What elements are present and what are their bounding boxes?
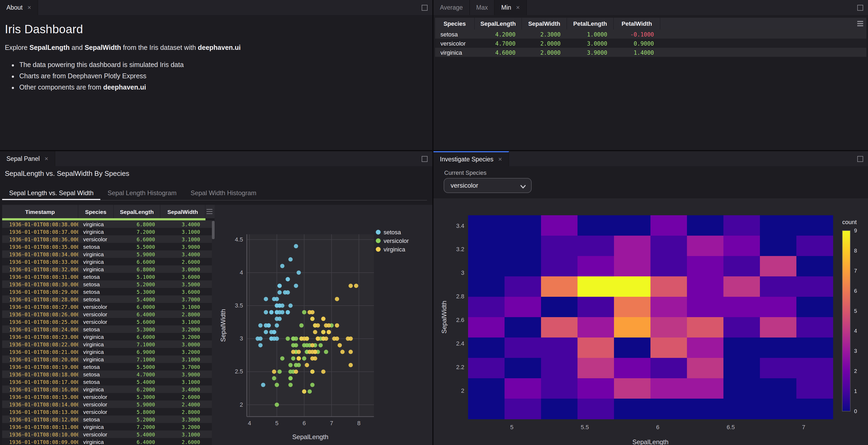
heatmap-cell [723, 338, 760, 358]
column-header[interactable]: Timestamp [2, 205, 78, 218]
data-point [294, 370, 298, 374]
tab-label: Max [476, 4, 488, 11]
colorbar-tick-label: 4 [854, 328, 857, 334]
heatmap-cell [760, 276, 797, 297]
table-row[interactable]: setosa4.20002.30001.0000-0.1000 [435, 30, 866, 39]
table-row[interactable]: 1936-01-01T08:08:25.000versicolor5.60003… [2, 318, 215, 325]
table-row[interactable]: 1936-01-01T08:08:09.000virginica6.40002.… [2, 438, 215, 445]
table-menu-icon[interactable] [856, 18, 865, 30]
table-cell: virginica [78, 266, 114, 273]
data-point [291, 350, 295, 354]
tab-max[interactable]: Max [470, 0, 495, 15]
table-row[interactable]: 1936-01-01T08:08:33.000virginica6.60002.… [2, 258, 215, 265]
maximize-icon[interactable] [857, 156, 863, 162]
table-row[interactable]: 1936-01-01T08:08:24.000setosa5.30003.200… [2, 325, 215, 333]
table-row[interactable]: 1936-01-01T08:08:36.000versicolor6.60003… [2, 235, 215, 243]
heatmap-cell [614, 297, 651, 317]
data-point [324, 350, 328, 354]
subtab-sepal-length-vs-sepal-width[interactable]: Sepal Length vs. Sepal Width [2, 186, 101, 200]
table-row[interactable]: 1936-01-01T08:08:27.000versicolor6.00003… [2, 303, 215, 311]
heatmap-cell [760, 235, 797, 256]
table-row[interactable]: 1936-01-01T08:08:29.000setosa5.30003.600… [2, 288, 215, 295]
table-cell: 1936-01-01T08:08:33.000 [2, 259, 78, 264]
table-row[interactable]: 1936-01-01T08:08:15.000versicolor5.30002… [2, 393, 215, 401]
table-cell: setosa [78, 244, 114, 250]
maximize-icon[interactable] [857, 5, 863, 11]
data-point [310, 317, 315, 321]
table-row[interactable]: virginica4.60002.00003.90001.4000 [435, 48, 866, 57]
tab-min[interactable]: Min× [495, 0, 527, 15]
data-point [310, 350, 315, 354]
table-row[interactable]: 1936-01-01T08:08:28.000setosa5.40003.700… [2, 295, 215, 303]
subtab-sepal-width-histogram[interactable]: Sepal Width Histogram [183, 186, 263, 200]
heatmap-cell [541, 297, 578, 317]
table-row[interactable]: 1936-01-01T08:08:31.000setosa5.10003.600… [2, 273, 215, 280]
column-header[interactable]: PetalLength [567, 18, 614, 30]
species-dropdown[interactable]: versicolor [444, 178, 532, 193]
data-point [288, 370, 292, 374]
scrollbar-thumb[interactable] [212, 221, 215, 239]
data-point [324, 323, 328, 327]
table-row[interactable]: 1936-01-01T08:08:37.000virginica7.20003.… [2, 228, 215, 235]
tab-about[interactable]: About × [0, 0, 38, 15]
species-dropdown-value: versicolor [451, 182, 478, 189]
legend-item-versicolor[interactable]: versicolor [376, 237, 409, 244]
column-header[interactable]: SepalLength [114, 205, 160, 218]
legend-label: setosa [383, 229, 401, 235]
table-row[interactable]: 1936-01-01T08:08:30.000setosa5.20003.500… [2, 280, 215, 288]
heatmap-cell [687, 399, 724, 419]
tab-investigate-species[interactable]: Investigate Species × [433, 151, 509, 166]
table-row[interactable]: 1936-01-01T08:08:35.000setosa5.50003.900… [2, 243, 215, 250]
legend-item-virginica[interactable]: virginica [376, 246, 405, 253]
close-icon[interactable]: × [498, 156, 502, 163]
table-cell: setosa [78, 416, 114, 422]
table-row[interactable]: 1936-01-01T08:08:23.000virginica6.60003.… [2, 333, 215, 341]
table-row[interactable]: 1936-01-01T08:08:17.000setosa5.40003.100… [2, 378, 215, 385]
table-row[interactable]: 1936-01-01T08:08:12.000setosa5.20003.300… [2, 415, 215, 423]
data-point [288, 383, 292, 387]
column-header[interactable]: SepalLength [475, 18, 522, 30]
table-row[interactable]: 1936-01-01T08:08:22.000virginica7.10003.… [2, 341, 215, 348]
heatmap-cell [650, 358, 687, 379]
heatmap-cell [614, 256, 651, 277]
close-icon[interactable]: × [44, 155, 48, 162]
table-row[interactable]: 1936-01-01T08:08:16.000virginica6.20003.… [2, 385, 215, 393]
table-row[interactable]: 1936-01-01T08:08:20.000virginica7.10003.… [2, 355, 215, 363]
heatmap-cell [504, 276, 541, 297]
table-cell: 1.4000 [614, 49, 660, 56]
subtab-sepal-length-histogram[interactable]: Sepal Length Histogram [101, 186, 184, 200]
tab-sepal-panel[interactable]: Sepal Panel × [0, 151, 55, 166]
heatmap-cell [687, 235, 724, 256]
table-row[interactable]: 1936-01-01T08:08:26.000versicolor6.40002… [2, 311, 215, 318]
table-row[interactable]: 1936-01-01T08:08:21.000virginica6.90003.… [2, 348, 215, 355]
maximize-icon[interactable] [422, 5, 428, 11]
table-row[interactable]: 1936-01-01T08:08:18.000setosa4.70003.900… [2, 371, 215, 378]
table-row[interactable]: 1936-01-01T08:08:32.000virginica6.80003.… [2, 265, 215, 273]
table-row[interactable]: versicolor4.70002.00003.00000.9000 [435, 39, 866, 48]
table-cell: versicolor [78, 318, 114, 325]
close-icon[interactable]: × [27, 4, 31, 11]
table-scrollbar[interactable] [212, 220, 215, 445]
legend-item-setosa[interactable]: setosa [376, 229, 401, 235]
table-row[interactable]: 1936-01-01T08:08:10.000versicolor5.40003… [2, 431, 215, 438]
table-row[interactable]: 1936-01-01T08:08:11.000virginica7.20003.… [2, 423, 215, 431]
y-tick-label: 3 [240, 335, 243, 342]
maximize-icon[interactable] [422, 156, 428, 162]
column-header[interactable]: PetalWidth [614, 18, 660, 30]
data-point [277, 310, 282, 314]
column-header[interactable]: Species [435, 18, 475, 30]
bold-text: deephaven.ui [103, 84, 146, 91]
column-header[interactable]: Species [78, 205, 114, 218]
column-header[interactable]: SepalWidth [522, 18, 567, 30]
table-cell: 1936-01-01T08:08:26.000 [2, 311, 78, 317]
table-row[interactable]: 1936-01-01T08:08:13.000versicolor5.80002… [2, 408, 215, 415]
column-header[interactable]: SepalWidth [160, 205, 206, 218]
table-row[interactable]: 1936-01-01T08:08:38.000virginica6.80003.… [2, 220, 215, 228]
table-row[interactable]: 1936-01-01T08:08:19.000setosa5.50003.700… [2, 363, 215, 371]
table-menu-icon[interactable] [206, 205, 214, 218]
close-icon[interactable]: × [516, 4, 520, 11]
tab-average[interactable]: Average [433, 0, 470, 15]
table-row[interactable]: 1936-01-01T08:08:14.000versicolor5.90002… [2, 401, 215, 408]
table-cell: virginica [78, 356, 114, 362]
table-row[interactable]: 1936-01-01T08:08:34.000virginica5.90003.… [2, 250, 215, 258]
